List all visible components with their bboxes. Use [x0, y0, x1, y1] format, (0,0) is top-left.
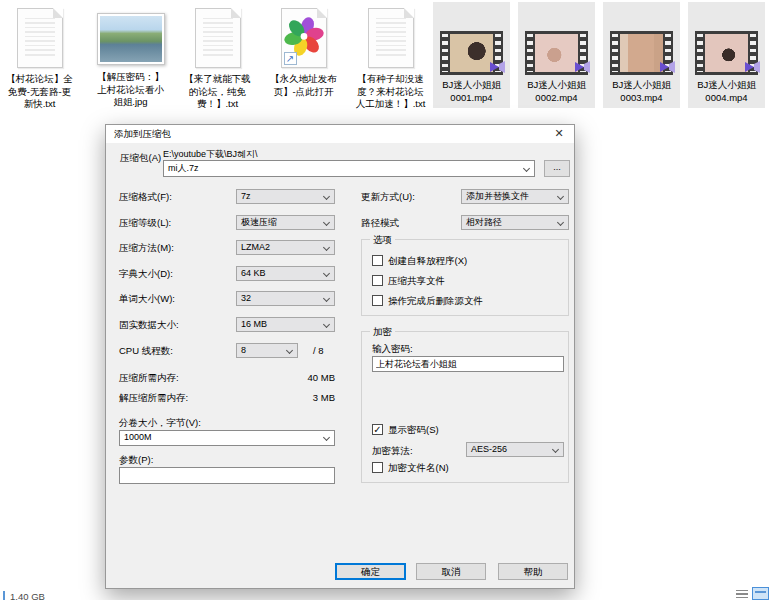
statusbar-size-text: 1.40 GB — [10, 591, 45, 600]
level-combo[interactable]: 极速压缩 — [236, 215, 335, 230]
update-mode-combo[interactable]: 添加并替换文件 — [461, 189, 569, 204]
desktop-icon-video-2[interactable]: BJ迷人小姐姐 0002.mp4 — [518, 2, 595, 108]
checkbox-icon[interactable] — [372, 295, 383, 306]
encrypt-names-label: 加密文件名(N) — [388, 462, 449, 474]
desktop-icon-video-3[interactable]: BJ迷人小姐姐 0003.mp4 — [603, 2, 680, 108]
icon-label: 【有种子却没速 度？来村花论坛 人工加速！】.txt — [352, 73, 429, 111]
dict-size-label: 字典大小(D): — [119, 268, 173, 280]
chevron-down-icon[interactable] — [323, 434, 330, 441]
shortcut-file-icon: ↗ — [281, 8, 327, 68]
word-size-value: 32 — [241, 293, 251, 303]
checkbox-icon[interactable] — [372, 275, 383, 286]
pinwheel-icon — [284, 16, 324, 56]
show-password-label: 显示密码(S) — [388, 424, 439, 436]
chevron-down-icon[interactable] — [323, 270, 330, 277]
checkbox-icon[interactable] — [372, 462, 383, 473]
path-mode-combo[interactable]: 相对路径 — [461, 215, 569, 230]
path-mode-value: 相对路径 — [466, 217, 502, 227]
volume-size-label: 分卷大小，字节(V): — [119, 417, 201, 429]
delete-after-checkbox-label: 操作完成后删除源文件 — [388, 295, 483, 307]
format-combo[interactable]: 7z — [236, 189, 335, 204]
level-value: 极速压缩 — [241, 217, 277, 227]
chevron-down-icon[interactable] — [557, 193, 564, 200]
cancel-button[interactable]: 取消 — [416, 563, 486, 580]
archive-dir-path: E:\youtube下载\BJ혜지\ — [163, 148, 258, 160]
password-input[interactable] — [372, 356, 564, 372]
play-icon — [574, 60, 591, 74]
volume-size-combo[interactable]: 1000M — [119, 430, 335, 446]
text-file-icon — [195, 8, 241, 68]
play-icon — [489, 60, 506, 74]
thumbnail-view-icon[interactable] — [752, 587, 769, 600]
mem-compress-label: 压缩所需内存: — [119, 372, 179, 384]
desktop-icon-shortcut[interactable]: ↗ 【永久地址发布 页】-点此打开 — [265, 2, 342, 98]
play-icon — [659, 60, 676, 74]
desktop-icon-jpg[interactable]: 【解压密码：】 上村花论坛看小 姐姐.jpg — [92, 2, 169, 109]
cpu-threads-combo[interactable]: 8 — [236, 343, 298, 358]
icon-label: 【来了就能下载 的论坛，纯免 费！】.txt — [179, 73, 256, 111]
encryption-method-combo[interactable]: AES-256 — [466, 442, 564, 457]
cpu-threads-value: 8 — [241, 345, 246, 355]
word-size-combo[interactable]: 32 — [236, 291, 335, 306]
shortcut-arrow-icon: ↗ — [284, 52, 297, 65]
archive-name-combo[interactable]: mi人.7z — [163, 160, 535, 177]
filmstrip-icon — [610, 31, 673, 75]
chevron-down-icon[interactable] — [323, 193, 330, 200]
chevron-down-icon[interactable] — [323, 295, 330, 302]
solid-size-label: 固实数据大小: — [119, 319, 179, 331]
chevron-down-icon[interactable] — [557, 219, 564, 226]
chevron-down-icon[interactable] — [286, 347, 293, 354]
desktop-icon-video-1[interactable]: BJ迷人小姐姐 0001.mp4 — [433, 2, 510, 108]
browse-button[interactable]: ... — [544, 160, 570, 177]
volume-size-value: 1000M — [124, 432, 152, 442]
filmstrip-icon — [695, 31, 758, 75]
desktop-icon-video-4[interactable]: BJ迷人小姐姐 0004.mp4 — [688, 2, 765, 108]
checkbox-checked-icon[interactable]: ✓ — [372, 424, 383, 435]
solid-size-combo[interactable]: 16 MB — [236, 317, 335, 332]
icon-label: BJ迷人小姐姐 0001.mp4 — [433, 79, 510, 104]
dialog-titlebar[interactable]: 添加到压缩包 ✕ — [106, 125, 574, 143]
icon-label: 【解压密码：】 上村花论坛看小 姐姐.jpg — [92, 71, 169, 109]
desktop-icon-txt-3[interactable]: 【有种子却没速 度？来村花论坛 人工加速！】.txt — [352, 2, 429, 111]
path-mode-label: 路径模式 — [361, 217, 399, 229]
filmstrip-icon — [525, 31, 588, 75]
encryption-method-value: AES-256 — [471, 444, 507, 454]
desktop-icon-txt-2[interactable]: 【来了就能下载 的论坛，纯免 费！】.txt — [179, 2, 256, 111]
cpu-threads-max: / 8 — [313, 345, 324, 357]
icon-label: 【村花论坛】全 免费-无套路-更 新快.txt — [1, 73, 78, 111]
desktop-icon-txt-1[interactable]: 【村花论坛】全 免费-无套路-更 新快.txt — [1, 2, 78, 111]
chevron-down-icon[interactable] — [523, 165, 530, 172]
help-button[interactable]: 帮助 — [498, 563, 568, 580]
method-combo[interactable]: LZMA2 — [236, 240, 335, 255]
statusbar-accent-mark — [3, 591, 5, 600]
update-mode-label: 更新方式(U): — [361, 191, 415, 203]
parameters-label: 参数(P): — [119, 454, 153, 466]
parameters-input[interactable] — [119, 467, 335, 484]
chevron-down-icon[interactable] — [323, 321, 330, 328]
checkbox-icon[interactable] — [372, 255, 383, 266]
close-icon[interactable]: ✕ — [544, 125, 574, 143]
word-size-label: 单词大小(W): — [119, 293, 175, 305]
options-group-title: 选项 — [370, 234, 395, 245]
text-file-icon — [368, 8, 414, 68]
solid-size-value: 16 MB — [241, 319, 267, 329]
icon-label: 【永久地址发布 页】-点此打开 — [265, 73, 342, 98]
update-mode-value: 添加并替换文件 — [466, 191, 529, 201]
details-view-icon[interactable] — [736, 590, 748, 600]
icon-label: BJ迷人小姐姐 0003.mp4 — [603, 79, 680, 104]
method-label: 压缩方法(M): — [119, 242, 174, 254]
shared-files-checkbox-label: 压缩共享文件 — [388, 275, 445, 287]
password-label: 输入密码: — [372, 343, 413, 355]
chevron-down-icon[interactable] — [323, 244, 330, 251]
ok-button[interactable]: 确定 — [335, 563, 406, 580]
cpu-threads-label: CPU 线程数: — [119, 345, 173, 357]
encryption-method-label: 加密算法: — [372, 445, 413, 457]
chevron-down-icon[interactable] — [323, 219, 330, 226]
icon-label: BJ迷人小姐姐 0004.mp4 — [688, 79, 765, 104]
level-label: 压缩等级(L): — [119, 217, 171, 229]
sfx-checkbox-label: 创建自释放程序(X) — [388, 255, 467, 267]
add-to-archive-dialog: 添加到压缩包 ✕ 压缩包(A) E:\youtube下载\BJ혜지\ mi人.7… — [105, 124, 575, 589]
dict-size-combo[interactable]: 64 KB — [236, 266, 335, 281]
dict-size-value: 64 KB — [241, 268, 266, 278]
chevron-down-icon[interactable] — [552, 446, 559, 453]
